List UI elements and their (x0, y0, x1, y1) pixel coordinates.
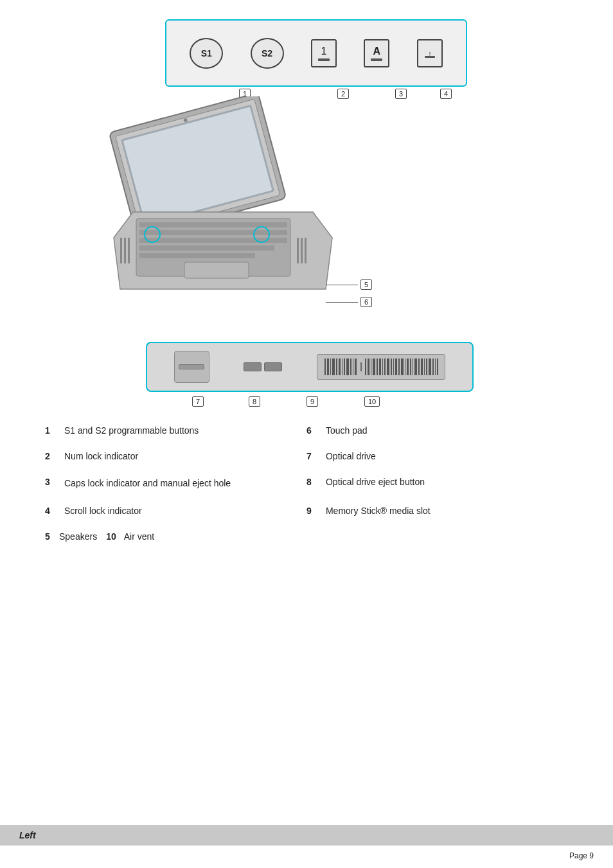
svg-rect-12 (139, 253, 255, 258)
desc-num-9: 9 (306, 506, 317, 516)
desc-num-4: 4 (45, 506, 55, 516)
svg-rect-53 (414, 359, 417, 375)
svg-rect-18 (128, 238, 130, 263)
desc-right-3: 8 Optical drive eject button (287, 477, 568, 490)
desc-text-10: Air vent (124, 531, 154, 542)
desc-row-1: 1 S1 and S2 programmable buttons 6 Touch… (39, 418, 574, 443)
callout-8: 8 (249, 396, 260, 406)
usb-ports (244, 362, 282, 371)
desc-right-4: 9 Memory Stick® media slot (287, 506, 568, 516)
callout-6: 6 (326, 297, 372, 307)
svg-rect-51 (410, 359, 411, 375)
svg-rect-46 (395, 359, 397, 375)
svg-rect-48 (401, 359, 404, 375)
callout-3-num: 3 (395, 89, 407, 99)
caps-lock-icon: A (364, 39, 389, 67)
desc-num-8: 8 (306, 477, 317, 490)
desc-num-3: 3 (45, 477, 55, 487)
desc-text-5: Speakers (59, 531, 97, 542)
svg-rect-50 (407, 359, 409, 375)
caps-lock-group: A (364, 39, 389, 67)
svg-rect-20 (301, 238, 303, 263)
svg-rect-49 (405, 359, 405, 375)
svg-rect-13 (184, 262, 249, 278)
svg-rect-11 (139, 245, 274, 251)
scroll-lock-svg: ↑ (423, 46, 437, 60)
svg-rect-23 (327, 359, 329, 375)
desc-row-3: 3 Caps lock indicator and manual eject h… (39, 469, 574, 498)
desc-left-3: 3 Caps lock indicator and manual eject h… (45, 477, 274, 490)
svg-rect-33 (355, 359, 357, 375)
page-number: Page 9 (569, 851, 594, 860)
callout-7: 7 (192, 396, 204, 406)
desc-text-1: S1 and S2 programmable buttons (64, 425, 199, 436)
svg-rect-42 (384, 359, 386, 375)
s1-group: S1 (190, 38, 223, 69)
optical-drive-slot (174, 351, 209, 383)
desc-row-2: 2 Num lock indicator 7 Optical drive (39, 443, 574, 469)
callout-9-num: 9 (306, 396, 318, 407)
svg-rect-55 (421, 359, 423, 375)
svg-rect-24 (330, 359, 331, 375)
svg-rect-16 (120, 238, 122, 263)
scroll-lock-icon: ↑ (417, 39, 443, 67)
svg-rect-56 (424, 359, 425, 375)
svg-rect-36 (368, 359, 369, 375)
svg-rect-41 (382, 359, 383, 375)
svg-rect-57 (426, 359, 427, 375)
desc-text-9: Memory Stick® media slot (326, 506, 431, 516)
callout-2-num: 2 (337, 89, 349, 99)
callout-5: 5 (326, 279, 372, 290)
callout-8-num: 8 (249, 396, 260, 407)
svg-rect-31 (350, 359, 351, 375)
svg-rect-21 (305, 238, 306, 263)
svg-rect-19 (297, 238, 299, 263)
scroll-lock-group: ↑ (417, 39, 443, 67)
callout-10: 10 (364, 396, 380, 406)
indicator-panel: S1 S2 1 A (165, 19, 467, 87)
svg-text:↑: ↑ (428, 49, 431, 57)
svg-rect-38 (373, 359, 375, 375)
svg-rect-60 (435, 359, 436, 375)
callout-2: 2 (337, 89, 349, 99)
svg-rect-58 (429, 359, 431, 375)
svg-rect-25 (332, 359, 335, 375)
svg-rect-61 (437, 359, 438, 375)
desc-row-4: 4 Scroll lock indicator 9 Memory Stick® … (39, 498, 574, 524)
num-lock-group: 1 (311, 39, 337, 67)
desc-num-10: 10 (106, 531, 116, 542)
svg-rect-39 (377, 359, 378, 375)
desc-left-5: 5 Speakers 10 Air vent (45, 531, 568, 542)
svg-rect-28 (342, 359, 342, 375)
desc-num-6: 6 (306, 425, 317, 436)
desc-left-4: 4 Scroll lock indicator (45, 506, 274, 516)
svg-rect-1 (425, 56, 435, 58)
svg-rect-47 (398, 359, 400, 375)
num-lock-icon: 1 (311, 39, 337, 67)
callout-4-num: 4 (440, 89, 452, 99)
desc-text-6: Touch pad (326, 425, 368, 436)
laptop-illustration (94, 96, 339, 341)
callout-10-num: 10 (364, 396, 380, 407)
callout-7-num: 7 (192, 396, 204, 407)
svg-rect-35 (365, 359, 366, 375)
desc-num-1: 1 (45, 425, 55, 436)
svg-rect-34 (360, 362, 362, 371)
callout-4: 4 (440, 89, 452, 99)
description-section: 1 S1 and S2 programmable buttons 6 Touch… (26, 418, 587, 549)
svg-rect-43 (387, 359, 389, 375)
s1-label: S1 (201, 48, 212, 58)
svg-rect-17 (124, 238, 126, 263)
s2-icon: S2 (251, 38, 284, 69)
s1-icon: S1 (190, 38, 223, 69)
svg-rect-45 (393, 359, 394, 375)
desc-num-2: 2 (45, 451, 55, 461)
desc-num-7: 7 (306, 451, 317, 461)
s2-label: S2 (262, 48, 272, 58)
desc-left-1: 1 S1 and S2 programmable buttons (45, 425, 274, 436)
desc-text-8: Optical drive eject button (326, 477, 425, 490)
footer-bar: Left (0, 825, 613, 846)
memory-stick-area (317, 354, 445, 380)
svg-rect-52 (413, 359, 413, 375)
page-container: S1 S2 1 A (0, 0, 613, 868)
